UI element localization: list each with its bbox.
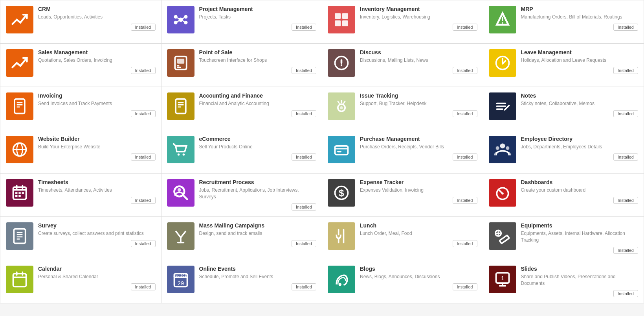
installed-button-mrp[interactable]: Installed [613,24,638,31]
installed-button-online-events[interactable]: Installed [292,283,316,290]
installed-button-equipments[interactable]: Installed [613,247,638,254]
app-icon-accounting-finance [167,92,194,120]
installed-button-leave-management[interactable]: Installed [613,67,638,74]
installed-button-slides[interactable]: Installed [613,290,638,297]
app-icon-ecommerce [167,136,194,163]
app-info-issue-tracking: Issue Tracking Support, Bug Tracker, Hel… [360,92,477,117]
app-info-timesheets: Timesheets Timesheets, Attendances, Acti… [38,179,156,204]
app-title-invoicing: Invoicing [38,92,156,99]
svg-rect-61 [18,192,21,194]
app-desc-leave-management: Holidays, Allocation and Leave Requests [521,57,638,64]
app-card-notes: Notes Sticky notes, Collaborative, Memos… [483,87,644,130]
app-title-crm: CRM [38,6,156,12]
installed-button-notes[interactable]: Installed [613,110,638,117]
app-info-crm: CRM Leads, Opportunities, Activities Ins… [38,6,156,31]
app-title-employee-directory: Employee Directory [521,136,638,142]
app-info-ecommerce: eCommerce Sell Your Products Online Inst… [199,136,317,161]
installed-button-mass-mailing[interactable]: Installed [292,240,316,247]
app-desc-lunch: Lunch Order, Meal, Food [360,230,477,237]
installed-button-dashboards[interactable]: Installed [613,197,638,204]
app-desc-survey: Create surveys, collect answers and prin… [38,230,156,237]
app-desc-mrp: Manufacturing Orders, Bill of Materials,… [521,14,638,20]
app-icon-invoicing [6,92,33,120]
app-title-purchase-management: Purchase Management [360,136,477,142]
app-info-invoicing: Invoicing Send Invoices and Track Paymen… [38,92,156,117]
installed-button-employee-directory[interactable]: Installed [613,153,638,161]
svg-line-7 [177,20,179,22]
app-info-blogs: Blogs News, Blogs, Announces, Discussion… [360,266,477,290]
app-title-online-events: Online Events [199,266,317,272]
installed-button-survey[interactable]: Installed [131,240,156,247]
svg-point-95 [339,283,341,286]
app-title-recruitment-process: Recruitment Process [199,179,317,185]
app-desc-point-of-sale: Touchscreen Interface for Shops [199,57,317,64]
app-icon-blogs [328,266,355,293]
svg-rect-12 [342,20,348,26]
svg-line-35 [338,101,339,103]
svg-line-8 [182,20,184,22]
installed-button-timesheets[interactable]: Installed [131,197,156,204]
installed-button-website-builder[interactable]: Installed [131,153,156,161]
installed-button-discuss[interactable]: Installed [453,67,477,74]
svg-text:$: $ [339,188,344,198]
svg-point-55 [506,146,509,150]
app-desc-notes: Sticky notes, Collaborative, Memos [521,100,638,107]
installed-button-issue-tracking[interactable]: Installed [453,110,477,117]
app-info-purchase-management: Purchase Management Purchase Orders, Rec… [360,136,477,161]
installed-button-point-of-sale[interactable]: Installed [292,67,316,74]
app-card-timesheets: Timesheets Timesheets, Attendances, Acti… [0,174,161,217]
app-card-calendar: Calendar Personal & Shared Calendar Inst… [0,260,161,303]
app-info-expense-tracker: Expense Tracker Expenses Validation, Inv… [360,179,477,204]
svg-point-53 [500,143,505,148]
app-desc-mass-mailing: Design, send and track emails [199,230,317,237]
installed-button-crm[interactable]: Installed [131,24,156,31]
svg-point-67 [177,188,181,192]
svg-point-22 [341,64,342,66]
installed-button-invoicing[interactable]: Installed [131,110,156,117]
app-icon-employee-directory [489,136,516,163]
installed-button-blogs[interactable]: Installed [453,283,477,290]
app-title-discuss: Discuss [360,49,477,55]
app-card-lunch: Lunch Lunch Order, Meal, Food Installed [322,217,483,260]
app-icon-project-management [167,6,194,33]
app-info-dashboards: Dashboards Create your custom dashboard … [521,179,638,204]
app-title-project-management: Project Management [199,6,317,12]
app-desc-recruitment-process: Jobs, Recruitment, Applications, Job Int… [199,187,317,200]
installed-button-project-management[interactable]: Installed [292,24,316,31]
svg-rect-83 [499,235,509,244]
installed-button-accounting-finance[interactable]: Installed [292,110,316,117]
installed-button-inventory-management[interactable]: Installed [453,24,477,31]
svg-point-54 [495,146,499,150]
app-desc-website-builder: Build Your Enterprise Website [38,144,156,150]
installed-button-recruitment-process[interactable]: Installed [292,203,316,211]
app-icon-slides: 1 [489,266,516,293]
svg-text:1: 1 [501,275,504,281]
app-desc-online-events: Schedule, Promote and Sell Events [199,273,317,280]
installed-button-expense-tracker[interactable]: Installed [453,197,477,204]
app-icon-calendar [6,266,33,293]
installed-button-calendar[interactable]: Installed [131,283,156,290]
svg-line-6 [182,18,184,19]
svg-line-43 [505,108,507,110]
svg-rect-60 [15,192,18,194]
app-desc-discuss: Discussions, Mailing Lists, News [360,57,477,64]
app-title-mrp: MRP [521,6,638,12]
installed-button-ecommerce[interactable]: Installed [292,153,316,161]
installed-button-lunch[interactable]: Installed [453,240,477,247]
svg-rect-62 [22,192,24,194]
svg-text:Sep 2013: Sep 2013 [173,273,188,277]
app-desc-accounting-finance: Financial and Analytic Accounting [199,100,317,107]
app-card-mrp: MRP Manufacturing Orders, Bill of Materi… [483,0,644,44]
app-card-point-of-sale: Point of Sale Touchscreen Interface for … [161,44,323,87]
app-title-dashboards: Dashboards [521,179,638,185]
app-info-website-builder: Website Builder Build Your Enterprise We… [38,136,156,161]
app-info-notes: Notes Sticky notes, Collaborative, Memos… [521,92,638,117]
svg-point-48 [182,153,185,156]
installed-button-sales-management[interactable]: Installed [131,67,156,74]
app-icon-recruitment-process [167,179,194,207]
app-desc-issue-tracking: Support, Bug Tracker, Helpdesk [360,100,477,107]
app-desc-calendar: Personal & Shared Calendar [38,273,156,280]
svg-rect-10 [342,13,348,19]
app-desc-sales-management: Quotations, Sales Orders, Invoicing [38,57,156,64]
installed-button-purchase-management[interactable]: Installed [453,153,477,161]
